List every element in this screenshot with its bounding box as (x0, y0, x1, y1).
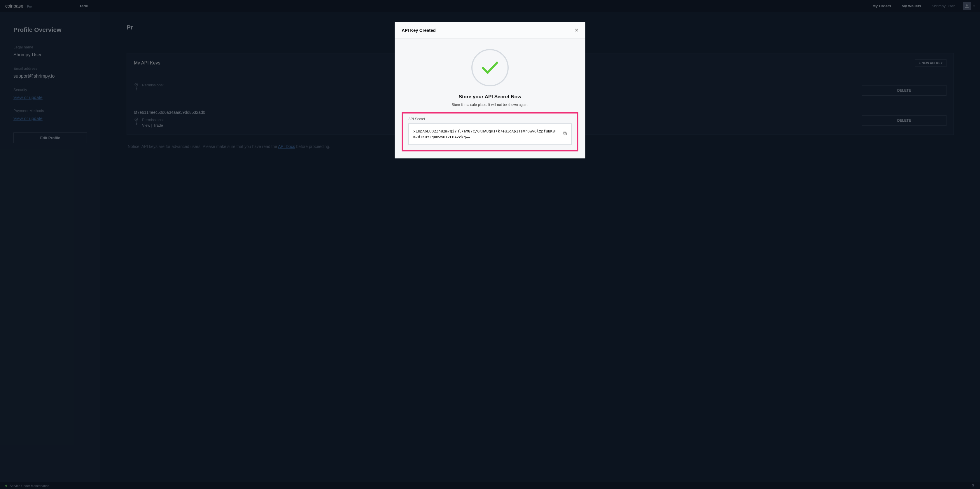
api-secret-label: API Secret (408, 117, 572, 121)
modal-header: API Key Created ✕ (395, 22, 585, 38)
api-key-created-modal: API Key Created ✕ Store your API Secret … (395, 22, 585, 158)
modal-title: API Key Created (402, 28, 436, 33)
modal-headline: Store your API Secret Now (402, 94, 578, 100)
svg-rect-4 (564, 132, 566, 135)
modal-overlay[interactable]: API Key Created ✕ Store your API Secret … (0, 0, 980, 489)
close-icon: ✕ (574, 28, 578, 33)
api-secret-value: xLHpAoEUO2Zh82m/QiYHl7aM87c/6KHAUqKs+k7e… (413, 129, 557, 139)
api-secret-field: xLHpAoEUO2Zh82m/QiYHl7aM87c/6KHAUqKs+k7e… (408, 123, 572, 145)
api-secret-highlight-box: API Secret xLHpAoEUO2Zh82m/QiYHl7aM87c/6… (402, 112, 578, 151)
modal-body: Store your API Secret Now Store it in a … (395, 38, 585, 158)
copy-icon[interactable] (563, 131, 567, 137)
success-check-icon (471, 49, 509, 86)
modal-sub: Store it in a safe place. It will not be… (402, 103, 578, 107)
svg-rect-5 (563, 132, 566, 134)
modal-close-button[interactable]: ✕ (574, 27, 578, 33)
